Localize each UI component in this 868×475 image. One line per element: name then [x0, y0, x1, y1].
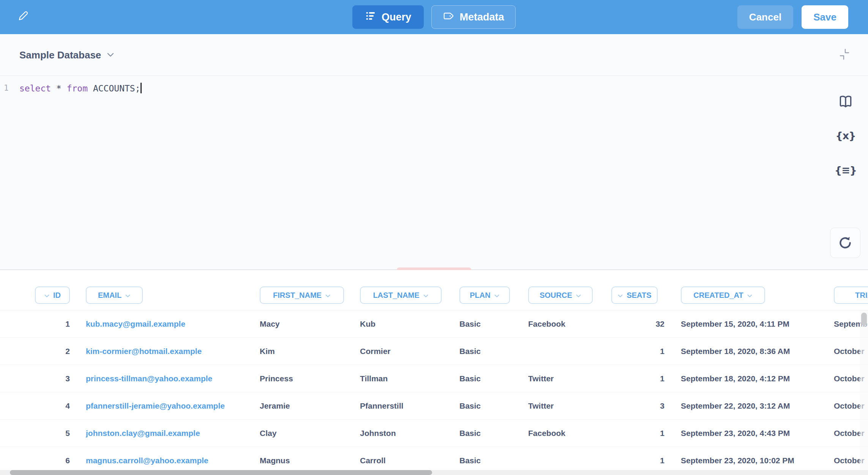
column-header-label: ID: [53, 291, 61, 300]
cell-plan[interactable]: Basic: [459, 310, 526, 338]
cell-last_name[interactable]: Kub: [360, 310, 457, 338]
refresh-icon: [838, 235, 853, 250]
cancel-button[interactable]: Cancel: [737, 5, 793, 29]
data-reference-button[interactable]: [837, 93, 854, 110]
refresh-query-button[interactable]: [830, 228, 860, 258]
cell-created_at[interactable]: September 22, 2020, 3:12 AM: [681, 392, 831, 420]
chevron-down-icon: [423, 291, 429, 300]
cell-seats[interactable]: 1: [589, 365, 664, 392]
database-name: Sample Database: [19, 49, 101, 61]
line-number: 1: [4, 83, 9, 93]
cell-first_name[interactable]: Jeramie: [260, 392, 357, 420]
book-icon: [838, 95, 853, 109]
tab-metadata[interactable]: Metadata: [431, 5, 516, 29]
cell-last_name[interactable]: Pfannerstill: [360, 392, 457, 420]
vertical-scrollbar[interactable]: [860, 310, 868, 470]
cell-created_at[interactable]: September 23, 2020, 4:43 PM: [681, 420, 831, 447]
column-header-plan[interactable]: PLAN: [459, 286, 510, 304]
cell-seats[interactable]: 32: [589, 310, 664, 338]
column-header-created_at[interactable]: CREATED_AT: [681, 286, 765, 304]
cell-id[interactable]: 5: [24, 420, 70, 447]
sql-editor-section: Sample Database 1 select * from ACCOUNTS…: [0, 34, 868, 270]
sql-token: from: [67, 83, 93, 93]
cell-email[interactable]: kim-cormier@hotmail.example: [86, 338, 257, 365]
cell-created_at[interactable]: September 18, 2020, 8:36 AM: [681, 338, 831, 365]
table-header-row: IDEMAILFIRST_NAMELAST_NAMEPLANSOURCESEAT…: [0, 270, 868, 310]
table-row: 4pfannerstill-jeramie@yahoo.exampleJeram…: [0, 392, 868, 420]
horizontal-scrollbar-thumb[interactable]: [10, 470, 432, 475]
column-header-email[interactable]: EMAIL: [86, 286, 143, 304]
database-picker[interactable]: Sample Database: [19, 34, 114, 76]
cell-email[interactable]: kub.macy@gmail.example: [86, 310, 257, 338]
table-row: 3princess-tillman@yahoo.examplePrincessT…: [0, 365, 868, 392]
cell-first_name[interactable]: Macy: [260, 310, 357, 338]
chevron-down-icon: [576, 291, 581, 300]
cell-id[interactable]: 4: [24, 392, 70, 420]
table-row: 5johnston.clay@gmail.exampleClayJohnston…: [0, 420, 868, 447]
column-header-source[interactable]: SOURCE: [528, 286, 593, 304]
sql-token: ACCOUNTS;: [93, 83, 140, 93]
cell-last_name[interactable]: Johnston: [360, 420, 457, 447]
column-header-seats[interactable]: SEATS: [611, 286, 658, 304]
chevron-down-icon: [494, 291, 500, 300]
save-button[interactable]: Save: [802, 5, 848, 29]
cell-id[interactable]: 1: [24, 310, 70, 338]
cell-email[interactable]: pfannerstill-jeramie@yahoo.example: [86, 392, 257, 420]
column-header-trial_e[interactable]: TRIAL_E: [834, 286, 868, 304]
horizontal-scrollbar[interactable]: [0, 470, 868, 475]
collapse-editor-button[interactable]: [836, 46, 853, 63]
vertical-scrollbar-thumb[interactable]: [861, 313, 867, 326]
snippets-button[interactable]: {≡}: [837, 161, 854, 179]
list-icon: [365, 10, 376, 24]
editor-header: Sample Database: [0, 34, 868, 76]
sql-code-line[interactable]: select * from ACCOUNTS;: [19, 83, 142, 93]
chevron-down-icon: [325, 291, 331, 300]
tab-query[interactable]: Query: [352, 5, 424, 29]
sql-token: *: [56, 83, 67, 93]
cell-last_name[interactable]: Cormier: [360, 338, 457, 365]
native-query-editor-screen: Query Metadata Cancel Save Sample Databa…: [0, 0, 868, 475]
cell-email[interactable]: johnston.clay@gmail.example: [86, 420, 257, 447]
cell-first_name[interactable]: Kim: [260, 338, 357, 365]
cell-id[interactable]: 3: [24, 365, 70, 392]
cell-last_name[interactable]: Tillman: [360, 365, 457, 392]
cell-plan[interactable]: Basic: [459, 365, 526, 392]
chevron-down-icon: [125, 291, 131, 300]
chevron-down-icon: [617, 291, 623, 300]
cell-first_name[interactable]: Princess: [260, 365, 357, 392]
pencil-icon: [17, 10, 29, 23]
cell-first_name[interactable]: Clay: [260, 420, 357, 447]
topbar: Query Metadata Cancel Save: [0, 0, 868, 34]
cell-plan[interactable]: Basic: [459, 338, 526, 365]
cell-email[interactable]: princess-tillman@yahoo.example: [86, 365, 257, 392]
sql-token: select: [19, 83, 56, 93]
column-header-label: PLAN: [470, 291, 490, 300]
column-header-label: CREATED_AT: [693, 291, 743, 300]
tab-metadata-label: Metadata: [459, 11, 504, 23]
cell-seats[interactable]: 1: [589, 338, 664, 365]
variables-button[interactable]: {x}: [837, 127, 854, 144]
chevron-down-icon: [747, 291, 753, 300]
cell-id[interactable]: 2: [24, 338, 70, 365]
cell-plan[interactable]: Basic: [459, 420, 526, 447]
cell-seats[interactable]: 3: [589, 392, 664, 420]
column-header-label: FIRST_NAME: [273, 291, 322, 300]
column-header-last_name[interactable]: LAST_NAME: [360, 286, 442, 304]
chevron-down-icon: [44, 291, 50, 300]
cell-created_at[interactable]: September 18, 2020, 4:12 PM: [681, 365, 831, 392]
column-header-label: LAST_NAME: [373, 291, 419, 300]
cell-created_at[interactable]: September 15, 2020, 4:11 PM: [681, 310, 831, 338]
column-header-label: TRIAL_E: [855, 291, 868, 300]
table-row: 1kub.macy@gmail.exampleMacyKubBasicFaceb…: [0, 310, 868, 338]
query-results-table: IDEMAILFIRST_NAMELAST_NAMEPLANSOURCESEAT…: [0, 270, 868, 475]
snippet-icon: {≡}: [835, 164, 857, 176]
table-row: 2kim-cormier@hotmail.exampleKimCormierBa…: [0, 338, 868, 365]
cell-seats[interactable]: 1: [589, 420, 664, 447]
text-cursor: [140, 83, 142, 93]
column-header-first_name[interactable]: FIRST_NAME: [260, 286, 344, 304]
table-body: 1kub.macy@gmail.exampleMacyKubBasicFaceb…: [0, 310, 868, 474]
cell-plan[interactable]: Basic: [459, 392, 526, 420]
tab-query-label: Query: [382, 11, 411, 23]
tag-icon: [443, 10, 454, 24]
column-header-id[interactable]: ID: [35, 286, 70, 304]
